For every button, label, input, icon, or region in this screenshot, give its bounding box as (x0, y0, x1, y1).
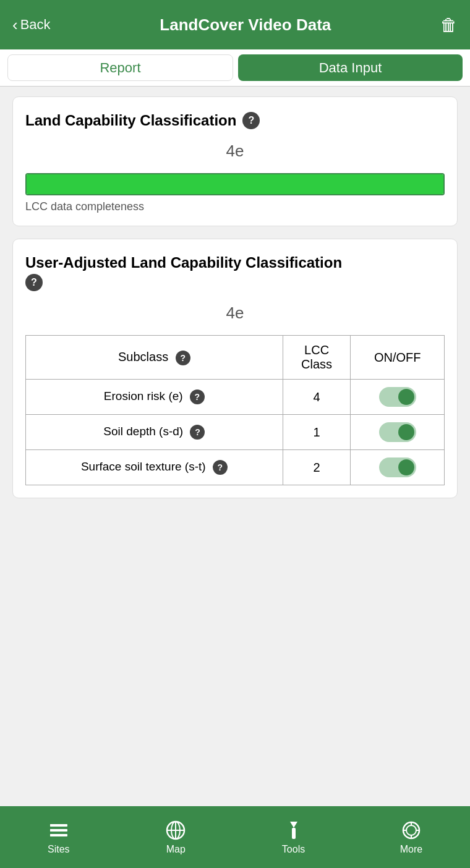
row-help-icon-2[interactable]: ? (213, 460, 228, 475)
bottom-nav: Sites Map Tools More (0, 806, 470, 868)
uacc-table: Subclass ? LCCClass ON/OFF Erosion risk … (25, 335, 445, 485)
uacc-title-row: User-Adjusted Land Capability Classifica… (25, 254, 445, 271)
tab-bar: Report Data Input (0, 49, 470, 87)
uacc-title: User-Adjusted Land Capability Classifica… (25, 254, 342, 271)
back-chevron-icon: ‹ (12, 15, 18, 35)
nav-item-tools[interactable]: Tools (282, 819, 305, 855)
lcc-help-icon[interactable]: ? (242, 112, 260, 129)
col-header-onoff: ON/OFF (351, 336, 445, 380)
nav-label-tools: Tools (282, 844, 305, 855)
table-row: Surface soil texture (s-t) ? 2 (26, 450, 445, 485)
lcc-class-cell: 4 (283, 380, 351, 415)
subclass-help-icon[interactable]: ? (176, 351, 190, 365)
tab-data-input[interactable]: Data Input (238, 54, 463, 81)
uacc-help-icon[interactable]: ? (25, 274, 43, 291)
lcc-progress-bar-fill (27, 174, 443, 194)
lcc-class-cell: 1 (283, 415, 351, 450)
toggle-switch-2[interactable] (379, 457, 416, 477)
uacc-value: 4e (25, 304, 445, 323)
col-header-lcc-class: LCCClass (283, 336, 351, 380)
page-title: LandCover Video Data (160, 15, 331, 35)
uacc-card: User-Adjusted Land Capability Classifica… (12, 239, 458, 498)
nav-item-more[interactable]: More (400, 819, 422, 855)
lcc-title: Land Capability Classification (25, 112, 236, 129)
toggle-switch-0[interactable] (379, 387, 416, 407)
map-icon (164, 819, 187, 841)
svg-rect-10 (292, 828, 296, 839)
lcc-class-cell: 2 (283, 450, 351, 485)
subclass-cell: Surface soil texture (s-t) ? (26, 450, 283, 485)
more-icon (400, 819, 422, 841)
onoff-cell (351, 450, 445, 485)
nav-item-sites[interactable]: Sites (48, 819, 70, 855)
svg-rect-5 (50, 834, 53, 836)
onoff-cell (351, 415, 445, 450)
tools-icon (283, 819, 305, 841)
nav-label-sites: Sites (48, 844, 70, 855)
lcc-card: Land Capability Classification ? 4e LCC … (12, 96, 458, 226)
svg-point-13 (406, 825, 416, 835)
svg-rect-1 (50, 829, 67, 832)
nav-label-map: Map (166, 844, 186, 855)
svg-rect-2 (50, 834, 67, 836)
row-help-icon-1[interactable]: ? (190, 425, 205, 440)
uacc-help-row: ? (25, 274, 445, 291)
nav-item-map[interactable]: Map (164, 819, 187, 855)
subclass-cell: Erosion risk (e) ? (26, 380, 283, 415)
svg-rect-4 (50, 829, 53, 832)
sites-icon (48, 819, 70, 841)
lcc-progress-label: LCC data completeness (25, 200, 445, 213)
row-help-icon-0[interactable]: ? (190, 389, 205, 404)
lcc-progress-bar-container (25, 173, 445, 195)
svg-rect-0 (50, 824, 67, 827)
app-header: ‹ Back LandCover Video Data 🗑 (0, 0, 470, 49)
svg-marker-11 (290, 822, 297, 828)
lcc-value: 4e (25, 142, 445, 161)
nav-label-more: More (400, 844, 422, 855)
col-header-subclass: Subclass ? (26, 336, 283, 380)
onoff-cell (351, 380, 445, 415)
lcc-title-row: Land Capability Classification ? (25, 112, 445, 129)
table-header-row: Subclass ? LCCClass ON/OFF (26, 336, 445, 380)
delete-button[interactable]: 🗑 (440, 15, 458, 35)
subclass-cell: Soil depth (s-d) ? (26, 415, 283, 450)
toggle-switch-1[interactable] (379, 422, 416, 442)
tab-report[interactable]: Report (7, 54, 233, 81)
back-label: Back (20, 17, 51, 33)
main-content: Land Capability Classification ? 4e LCC … (0, 87, 470, 806)
svg-rect-3 (50, 824, 53, 827)
table-row: Soil depth (s-d) ? 1 (26, 415, 445, 450)
back-button[interactable]: ‹ Back (12, 15, 51, 35)
table-row: Erosion risk (e) ? 4 (26, 380, 445, 415)
